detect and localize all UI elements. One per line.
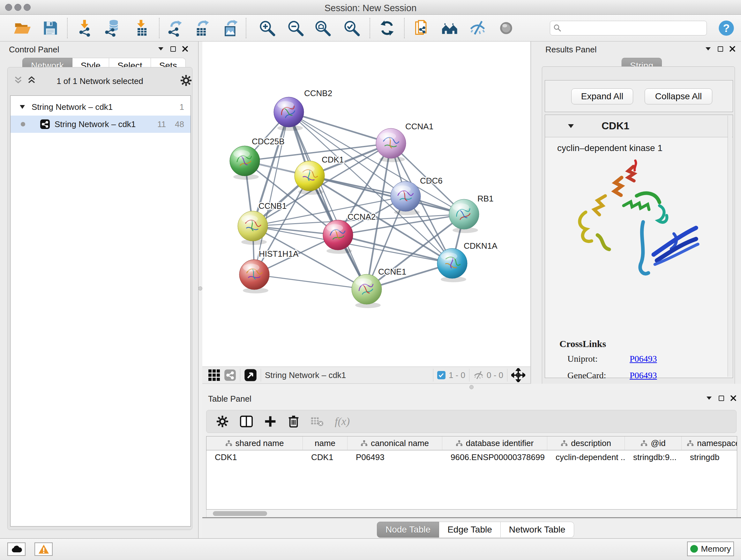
expand-all-button[interactable]: Expand All [571,88,633,105]
cloud-button[interactable] [7,543,25,556]
close-panel-icon[interactable] [730,46,735,52]
gene-header-row[interactable]: CDK1 [545,115,733,137]
column-header-@id[interactable]: @id [625,436,682,450]
network-node-HIST1H1A[interactable] [239,260,269,294]
splitter-handle[interactable] [469,385,474,389]
zoom-fit-icon[interactable] [314,19,332,37]
table-panel: Table Panel f(x) shared namenamecanonica… [202,390,741,538]
main-toolbar: ? [0,15,741,42]
node-label-CCNA2: CCNA2 [347,212,376,222]
tab-edge-table[interactable]: Edge Table [439,522,501,538]
node-label-CCNE1: CCNE1 [378,267,406,276]
column-header-name[interactable]: name [303,436,347,450]
network-options-gear-icon[interactable] [180,74,192,86]
hide-unhide-icon[interactable] [469,19,487,37]
search-input[interactable] [562,23,699,33]
node-label-CCNB2: CCNB2 [304,88,332,98]
network-view-mode-icon[interactable] [224,369,236,381]
string-network-icon [40,119,50,129]
table-cell[interactable]: stringdb [682,450,737,464]
zoom-selected-icon[interactable] [343,19,360,37]
column-header-description[interactable]: description [547,436,625,450]
create-column-icon[interactable] [264,415,277,428]
grid-view-icon[interactable] [208,369,220,381]
table-row[interactable]: CDK1CDK1P064939606.ENSP00000378699cyclin… [206,450,737,464]
tab-network-table[interactable]: Network Table [501,522,574,538]
tab-node-table[interactable]: Node Table [377,522,439,538]
strip-separator [507,369,508,381]
float-panel-icon[interactable] [171,46,176,52]
network-collection-row[interactable]: String Network – cdk1 1 [10,98,191,116]
column-header-namespace[interactable]: namespace [682,436,737,450]
network-canvas[interactable]: CCNB2CCNA1CDC25BCDK1CDC6RB1CCNB1CCNA2CDK… [202,42,530,367]
open-session-icon[interactable] [13,19,31,37]
network-node-CCNB1[interactable] [238,211,268,245]
column-header-shared-name[interactable]: shared name [206,436,303,450]
crosslink-link[interactable]: P06493 [630,370,657,381]
preview-orb-icon[interactable] [497,19,515,37]
table-cell[interactable]: stringdb:9... [625,450,682,464]
export-table-icon[interactable] [193,19,211,37]
export-image-icon[interactable] [222,19,240,37]
export-network-icon[interactable] [166,19,184,37]
network-node-CDKN1A[interactable] [437,248,467,282]
table-horizontal-scrollbar[interactable] [206,509,737,518]
network-collection-count: 1 [180,102,184,112]
table-cell[interactable]: CDK1 [206,450,303,464]
gene-section: CDK1 cyclin–dependent kinase 1 [545,115,733,378]
warning-button[interactable] [35,543,53,556]
zoom-in-icon[interactable] [258,19,276,37]
network-node-CCNA1[interactable] [376,128,406,162]
network-node-CDC25B[interactable] [230,146,260,180]
import-network-database-icon[interactable] [104,19,121,37]
splitter-handle[interactable] [198,287,202,291]
float-panel-icon[interactable] [719,395,724,401]
crosslink-link[interactable]: P06493 [630,354,657,364]
shared-column-icon [687,440,694,446]
network-edge[interactable] [289,112,367,289]
network-node-CCNB2[interactable] [274,97,304,131]
column-header-canonical-name[interactable]: canonical name [347,436,442,450]
network-edge[interactable] [289,112,391,143]
network-node-CCNE1[interactable] [352,274,382,308]
network-row-selected[interactable]: String Network – cdk1 11 48 [10,116,191,133]
table-options-gear-icon[interactable] [216,415,229,428]
search-field[interactable] [550,21,707,36]
save-session-icon[interactable] [42,19,59,37]
help-icon[interactable]: ? [718,19,735,37]
crosslinks-heading: CrossLinks [559,338,606,349]
home-icon[interactable] [441,19,459,37]
table-cell[interactable]: 9606.ENSP00000378699 [442,450,547,464]
import-table-icon[interactable] [133,19,151,37]
float-panel-icon[interactable] [718,46,723,52]
zoom-out-icon[interactable] [286,19,305,37]
import-network-file-icon[interactable] [76,19,94,37]
toolbar-separator [404,18,405,38]
scrollbar-thumb[interactable] [213,511,267,516]
string-document-icon[interactable] [413,19,431,37]
show-columns-icon[interactable] [240,415,253,428]
strip-separator [261,369,261,381]
refresh-view-icon[interactable] [378,19,396,37]
string-results-card: Expand All Collapse All CDK1 cyclin–depe… [542,66,735,387]
collapse-panel-icon[interactable] [158,47,164,51]
close-panel-icon[interactable] [731,395,736,401]
results-vertical-scrollbar[interactable] [728,116,732,377]
collapse-panel-icon[interactable] [705,47,711,51]
column-header-database-identifier[interactable]: database identifier [442,436,547,450]
collapse-panel-icon[interactable] [706,396,712,400]
tree-expand-icon[interactable] [19,105,25,109]
memory-button[interactable]: Memory [687,542,734,556]
table-cell[interactable]: CDK1 [303,450,347,464]
selected-checkbox-icon[interactable] [437,371,446,379]
pan-crosshair-icon[interactable] [511,368,525,382]
network-edge[interactable] [254,274,367,289]
collapse-all-button[interactable]: Collapse All [645,88,712,105]
table-cell[interactable]: P06493 [347,450,442,464]
delete-column-icon[interactable] [287,415,300,428]
close-panel-icon[interactable] [182,46,188,52]
network-node-RB1[interactable] [449,199,479,233]
table-cell[interactable]: cyclin-dependent ... [547,450,625,464]
birdseye-view-icon[interactable] [244,369,257,381]
gene-collapse-icon[interactable] [567,124,575,129]
